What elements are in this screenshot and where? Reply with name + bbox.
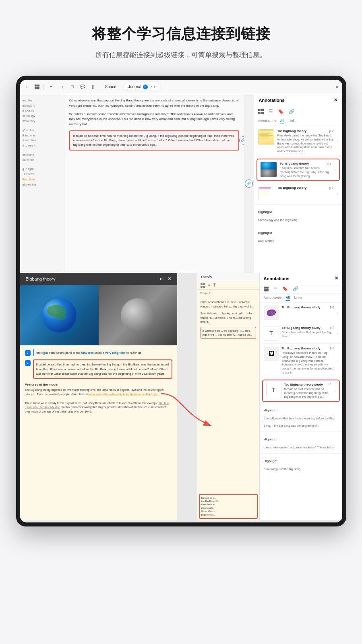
rw-desc-4: It could be said that time had no meanin… [284, 387, 332, 399]
highlight-blue-word: light [41, 351, 48, 355]
popup-header: Bigbang theory ↩ ✕ [20, 273, 177, 285]
highlight-label-text-1: Highlight [258, 210, 272, 214]
panel-separator: 🔗 [244, 94, 254, 273]
rw-ann-grid-icon[interactable] [264, 287, 269, 291]
rw-hl-label-text-1: Highlight [264, 409, 278, 412]
rw-hl-label-2: Highlight [260, 433, 342, 443]
rw-info-2: To: Bigbang theory study p 2 Other obser… [282, 326, 334, 339]
ann-info-1: To: Bigbang theory p 2 Fred Hayle called… [277, 129, 334, 153]
popup-title: Bigbang theory [26, 277, 56, 281]
rw-hl-label-3: Highlight [260, 454, 342, 464]
rw-ann-link-icon[interactable]: 🔗 [293, 286, 298, 291]
bottom-section: Bigbang theory ↩ ✕ [20, 273, 342, 522]
undo-icon[interactable]: ↩ [159, 276, 163, 282]
comment-icon[interactable]: 💬 [79, 84, 86, 90]
close-popup-icon[interactable]: ✕ [168, 276, 172, 282]
highlight-2-row: ● It could be said that time had no mean… [25, 359, 172, 379]
icon-tabs: ☰ 🔖 🔗 [254, 106, 342, 117]
tab-close-icon[interactable]: ✕ [143, 85, 148, 89]
tab-journal[interactable]: Journal ✕ 7 ▾ [123, 83, 161, 91]
blue-ann-dot-1: ● [25, 350, 31, 356]
link-icon-2[interactable]: 🔗 [245, 180, 253, 188]
rw-title-row-1: To: Bigbang theory study p 2 [282, 305, 334, 309]
rw-icons-row: ✒ T [197, 281, 259, 290]
image-icon[interactable]: ⊡ [69, 84, 75, 90]
rw-hl-text-3: Chronology and the Big Bang [260, 464, 342, 474]
rw-text-icon[interactable]: T [213, 283, 216, 288]
ann-thumb-3 [258, 186, 274, 201]
rw-doc: Thesis ✒ T [197, 273, 260, 520]
back-icon[interactable]: ← [24, 84, 31, 90]
highlight-blue-word-3: very long time [105, 351, 126, 355]
highlight-text-2: Dark Matter [254, 236, 342, 247]
rw-pen-icon[interactable]: ✒ [208, 283, 211, 288]
grid-view-icon[interactable] [258, 109, 264, 114]
rw-hl-box: It could be said ... the Big Bang. If ..… [201, 327, 256, 339]
tab-space[interactable]: Space [100, 83, 121, 90]
rw-title-2: To: Bigbang theory study [282, 326, 321, 330]
features-title: Features of the model [25, 383, 172, 386]
rw-hl-text-2: cosmic microwaves background radiation'.… [260, 443, 342, 452]
rw-filter-tabs: Annotations All Links [260, 294, 342, 303]
ann-title-1: To: Bigbang theory [277, 129, 307, 133]
rw-label: Thesis [201, 275, 212, 279]
ann-item-1: To: Bigbang theory p 2 Fred Hayle called… [254, 126, 342, 157]
list-view-icon[interactable]: ☰ [269, 109, 273, 114]
link-view-icon[interactable]: 🔗 [289, 109, 295, 114]
rw-filter-all[interactable]: All [285, 295, 290, 301]
main-text-area: Other observations that support the Big … [64, 94, 244, 273]
rw-filter-annotations[interactable]: Annotations [264, 295, 282, 301]
pen-icon[interactable]: ✒ [48, 84, 54, 90]
highlight-box: It could be said that time had no meanin… [69, 130, 239, 151]
rw-hl-label-text-3: Highlight [264, 459, 278, 463]
popup-images [20, 285, 177, 345]
rw-page-2: p 2 [330, 326, 334, 330]
filter-annotations[interactable]: Annotations [258, 119, 276, 124]
highlight-label-text-2: Highlight [258, 231, 272, 235]
rw-ann-bookmark-icon[interactable]: 🔖 [282, 286, 288, 291]
rw-ann-list-icon[interactable]: ☰ [273, 286, 277, 291]
device-mockup: ← ✒ Tr ⊡ 💬 || Space Journal [16, 76, 346, 526]
close-button[interactable]: ✕ [334, 97, 337, 103]
rw-page-4: p 1 [327, 383, 331, 386]
rw-page-3: p 2 [330, 347, 334, 350]
rw-title-row-2: To: Bigbang theory study p 2 [282, 326, 334, 330]
rw-desc-3: Fred Hayle called the theory the "Big Ba… [282, 351, 334, 375]
overflow-icon[interactable]: ≡ [336, 85, 338, 89]
text-icon[interactable]: Tr [58, 84, 65, 90]
rw-grid-icon[interactable] [201, 283, 205, 288]
annotations-panel: Annotations ✕ ☰ 🔖 🔗 [254, 94, 342, 273]
moon-container [99, 285, 177, 345]
rw-filter-links[interactable]: Links [294, 295, 302, 301]
rw-annotations: Annotations ✕ ☰ 🔖 [260, 273, 342, 520]
moon-sphere [121, 298, 155, 332]
rw-info-1: To: Bigbang theory study p 2 [282, 305, 334, 310]
top-toolbar: ← ✒ Tr ⊡ 💬 || Space Journal [20, 80, 342, 94]
ann-title-row-1: To: Bigbang theory p 2 [277, 129, 334, 133]
ann-page-2: p 1 [327, 162, 331, 165]
highlight-label-1: Highlight [254, 205, 342, 215]
ann-item-2-highlighted[interactable]: To: Bigbang theory p 1 It could be said … [257, 159, 340, 181]
rw-info-3: To: Bigbang theory study p 2 Fred Hayle … [282, 347, 334, 375]
annotations-title: Annotations [259, 98, 285, 103]
rw-close-icon[interactable]: ✕ [335, 276, 338, 281]
highlight-text: It could be said that time had no meanin… [73, 134, 234, 147]
rw-title-3: To: Bigbang theory study [282, 347, 321, 350]
rw-desc-2: Other observations that support the Big … [282, 330, 334, 339]
ann-chevron-1: › [337, 139, 338, 143]
bigbang-popup: Bigbang theory ↩ ✕ [20, 273, 177, 520]
filter-links[interactable]: Links [288, 119, 296, 124]
filter-all[interactable]: All [280, 119, 284, 124]
rw-hl-label-1: Highlight [260, 404, 342, 414]
ann-filter-tabs: Annotations All Links [254, 117, 342, 126]
rw-ann-item-4-highlighted[interactable]: T To: Bigbang theory study p 1 It could … [262, 380, 340, 402]
underline-orange: large scales the universe is homogeneous… [89, 393, 159, 396]
main-title: 将整个学习信息连接到链接 [92, 24, 271, 44]
popup-hl-1: the light from distant parts of the univ… [33, 349, 144, 356]
ann-desc-2: It could be said that time had no meanin… [280, 166, 331, 178]
bookmark-icon[interactable]: 🔖 [278, 109, 284, 114]
rw-icon-tabs: ☰ 🔖 🔗 [260, 284, 342, 294]
earth-sphere [42, 298, 77, 332]
link-icon-1[interactable]: 🔗 [239, 136, 244, 144]
divider-2 [260, 453, 342, 454]
